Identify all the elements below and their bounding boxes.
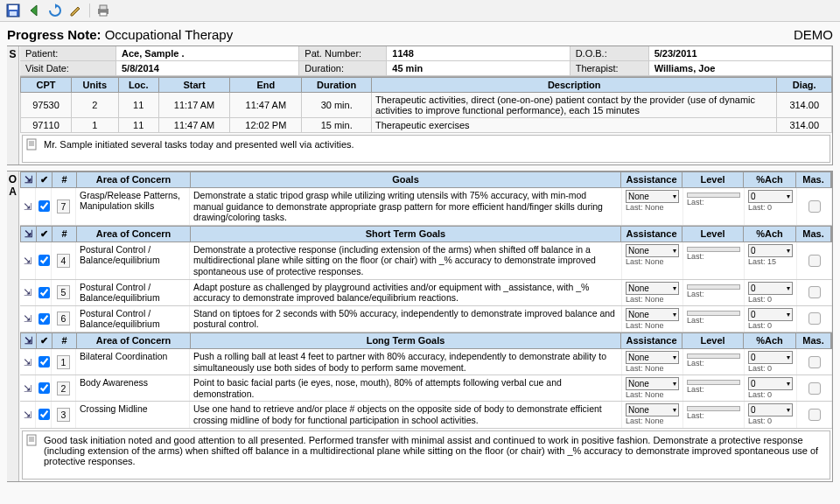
- ach-select[interactable]: 0: [748, 351, 793, 364]
- level-slider[interactable]: [687, 284, 740, 290]
- mas-checkbox[interactable]: [808, 409, 821, 421]
- assistance-select[interactable]: None: [626, 403, 679, 416]
- level-slider[interactable]: [687, 247, 740, 252]
- mas-checkbox[interactable]: [808, 255, 821, 267]
- hdr-visit: 5/8/2014: [116, 61, 299, 76]
- assistance-cell: NoneLast: None: [622, 402, 683, 427]
- edit-icon[interactable]: [68, 3, 84, 18]
- expand-icon[interactable]: ⇲: [20, 280, 36, 305]
- assistance-cell: NoneLast: None: [622, 306, 683, 332]
- letter-a: A: [7, 186, 18, 198]
- mas-cell: [797, 242, 832, 279]
- goal-checkbox[interactable]: [36, 375, 52, 401]
- cpt-cell-start: 11:47 AM: [158, 118, 229, 133]
- level-cell: Last:: [683, 242, 745, 279]
- ach-select[interactable]: 0: [748, 244, 793, 257]
- ach-select[interactable]: 0: [748, 308, 793, 321]
- assistance-select[interactable]: None: [626, 351, 679, 364]
- mas-checkbox[interactable]: [808, 356, 821, 368]
- ach-select[interactable]: 0: [748, 377, 793, 390]
- expand-icon[interactable]: ⇲: [20, 349, 36, 374]
- expand-all-icon[interactable]: ⇲: [24, 228, 32, 240]
- ach-select[interactable]: 0: [748, 282, 793, 295]
- cpt-col-end[interactable]: End: [230, 78, 302, 93]
- o-note-box[interactable]: Good task initiation noted and good atte…: [22, 430, 830, 480]
- cpt-cell-diag: 314.00: [777, 118, 832, 133]
- goals-header: ⇲✔#Area of ConcernGoalsAssistanceLevel%A…: [20, 172, 832, 188]
- assistance-cell: NoneLast: None: [622, 280, 683, 305]
- section-letter-s: S: [7, 46, 19, 164]
- cpt-cell-cpt: 97530: [21, 93, 72, 118]
- expand-icon[interactable]: ⇲: [20, 242, 36, 279]
- patient-header: Patient: Ace, Sample . Pat. Number: 1148…: [20, 46, 832, 77]
- save-icon[interactable]: [5, 3, 21, 18]
- s-note-box[interactable]: Mr. Sample initiated several tasks today…: [22, 135, 830, 163]
- letter-o: O: [7, 173, 18, 186]
- refresh-icon[interactable]: [47, 3, 63, 18]
- cpt-col-units[interactable]: Units: [72, 78, 119, 93]
- goal-checkbox[interactable]: [36, 242, 52, 279]
- level-cell: Last:: [683, 402, 745, 427]
- goal-checkbox[interactable]: [36, 280, 52, 305]
- assistance-select[interactable]: None: [626, 308, 679, 321]
- mas-checkbox[interactable]: [808, 286, 821, 298]
- level-slider[interactable]: [687, 311, 740, 316]
- goal-checkbox[interactable]: [36, 306, 52, 332]
- cpt-col-start[interactable]: Start: [158, 78, 229, 93]
- svg-rect-6: [27, 139, 36, 150]
- cpt-col-description[interactable]: Description: [371, 78, 777, 93]
- goal-row: ⇲5Postural Control / Balance/equilibrium…: [20, 280, 832, 306]
- o-note-text: Good task initiation noted and good atte…: [44, 435, 818, 466]
- mas-cell: [797, 349, 832, 374]
- ach-cell: 0Last: 15: [745, 242, 797, 279]
- assistance-select[interactable]: None: [626, 377, 679, 390]
- hdr-dob-lbl: D.O.B.:: [570, 46, 649, 61]
- goals-header: ⇲✔#Area of ConcernLong Term GoalsAssista…: [20, 332, 832, 349]
- ach-select[interactable]: 0: [748, 403, 793, 416]
- print-icon[interactable]: [95, 3, 111, 18]
- cpt-cell-dur: 15 min.: [302, 118, 372, 133]
- expand-all-icon[interactable]: ⇲: [24, 174, 32, 186]
- level-slider[interactable]: [687, 380, 740, 385]
- mas-checkbox[interactable]: [808, 382, 821, 395]
- cpt-col-cpt[interactable]: CPT: [21, 78, 72, 93]
- hdr-dur: 45 min: [387, 61, 570, 76]
- mas-checkbox[interactable]: [808, 312, 821, 325]
- goal-number: 1: [52, 349, 76, 374]
- goal-checkbox[interactable]: [36, 402, 52, 427]
- ach-cell: 0Last: 0: [745, 349, 797, 374]
- expand-all-icon[interactable]: ⇲: [24, 335, 32, 346]
- cpt-cell-units: 2: [72, 93, 119, 118]
- section-oa: O A ⇲✔#Area of ConcernGoalsAssistanceLev…: [7, 171, 833, 482]
- hdr-patnum: 1148: [387, 46, 570, 61]
- assistance-select[interactable]: None: [626, 190, 679, 203]
- level-slider[interactable]: [687, 354, 740, 359]
- expand-icon[interactable]: ⇲: [20, 306, 36, 332]
- mas-checkbox[interactable]: [808, 200, 821, 213]
- assistance-select[interactable]: None: [626, 282, 679, 295]
- hdr-patient: Ace, Sample .: [116, 46, 299, 61]
- back-icon[interactable]: [26, 3, 42, 18]
- cpt-row[interactable]: 9711011111:47 AM12:02 PM15 min.Therapeut…: [21, 118, 832, 133]
- goal-text: Point to basic facial parts (ie eyes, no…: [190, 375, 622, 401]
- expand-icon[interactable]: ⇲: [20, 402, 36, 427]
- goal-checkbox[interactable]: [36, 349, 52, 374]
- section-letter-oa: O A: [7, 172, 19, 481]
- level-slider[interactable]: [687, 192, 740, 198]
- assistance-cell: NoneLast: None: [622, 188, 683, 225]
- expand-icon[interactable]: ⇲: [20, 375, 36, 401]
- level-slider[interactable]: [687, 406, 740, 411]
- goal-number: 4: [52, 242, 76, 279]
- cpt-row[interactable]: 9753021111:17 AM11:47 AM30 min.Therapeut…: [21, 93, 832, 118]
- cpt-cell-units: 1: [72, 118, 119, 133]
- goal-row: ⇲4Postural Control / Balance/equilibrium…: [20, 242, 832, 280]
- cpt-col-loc[interactable]: Loc.: [118, 78, 158, 93]
- cpt-col-duration[interactable]: Duration: [302, 78, 372, 93]
- assistance-select[interactable]: None: [626, 244, 679, 257]
- expand-icon[interactable]: ⇲: [20, 188, 36, 225]
- cpt-col-diag[interactable]: Diag.: [777, 78, 832, 93]
- goal-checkbox[interactable]: [36, 188, 52, 225]
- goal-number: 3: [52, 402, 76, 427]
- ach-select[interactable]: 0: [748, 190, 793, 203]
- mas-cell: [797, 375, 832, 401]
